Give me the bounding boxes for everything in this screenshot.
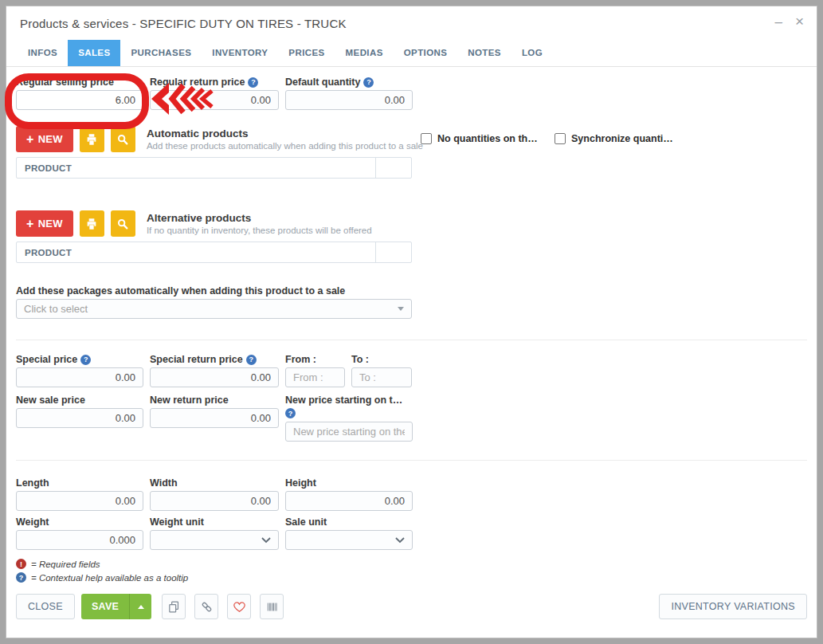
duplicate-button[interactable] xyxy=(162,594,186,619)
special-price-input[interactable] xyxy=(16,367,143,387)
alternative-products-subtext: If no quantity in inventory, these produ… xyxy=(147,225,372,236)
special-price-label: Special price? xyxy=(16,354,143,365)
alternative-products-toolbar: +NEW Alternative products If no quantity… xyxy=(16,210,807,237)
new-sale-price-input[interactable] xyxy=(16,408,143,428)
save-dropdown-button[interactable] xyxy=(129,594,151,619)
synchronize-quantities-checkbox[interactable]: Synchronize quanti… xyxy=(555,133,673,144)
no-quantities-checkbox[interactable]: No quantities on th… xyxy=(421,133,538,144)
help-legend-text: = Contextual help available as a tooltip xyxy=(31,573,188,583)
packages-select[interactable]: Click to select xyxy=(16,299,412,319)
link-icon xyxy=(200,600,214,614)
regular-return-price-label-text: Regular return price xyxy=(150,77,245,88)
tab-sales[interactable]: SALES xyxy=(68,40,120,66)
sale-unit-select[interactable] xyxy=(285,530,413,550)
required-legend-text: = Required fields xyxy=(31,560,100,569)
regular-selling-price-input[interactable] xyxy=(16,90,143,110)
tab-inventory[interactable]: INVENTORY xyxy=(202,40,278,66)
new-price-row: New sale price New return price New pric… xyxy=(16,395,807,442)
special-return-price-label-text: Special return price xyxy=(150,354,243,365)
search-icon xyxy=(116,133,129,146)
print-button[interactable] xyxy=(80,210,104,237)
no-quantities-checkbox-label: No quantities on th… xyxy=(437,133,538,144)
help-icon: ? xyxy=(16,572,26,583)
copy-icon xyxy=(167,600,181,614)
barcode-icon xyxy=(265,600,279,614)
special-return-price-label: Special return price? xyxy=(150,354,279,365)
automatic-products-table: PRODUCT xyxy=(16,157,412,179)
new-sale-price-label: New sale price xyxy=(16,395,143,406)
heart-icon xyxy=(233,600,246,614)
table-actions-header-cell xyxy=(376,242,411,262)
new-price-starting-input[interactable] xyxy=(285,422,413,442)
regular-selling-price-label: Regular selling price xyxy=(16,77,143,88)
chevron-down-icon xyxy=(395,537,405,544)
dimensions-row: Length Width Height xyxy=(16,477,807,511)
printer-icon xyxy=(85,133,98,146)
height-input[interactable] xyxy=(285,491,413,511)
weight-row: Weight Weight unit Sale unit xyxy=(16,516,807,550)
width-input[interactable] xyxy=(150,491,279,511)
to-label: To : xyxy=(351,354,412,365)
chevron-down-icon xyxy=(261,537,271,544)
search-button[interactable] xyxy=(111,126,135,152)
tab-purchases[interactable]: PURCHASES xyxy=(120,40,202,66)
print-button[interactable] xyxy=(80,126,104,152)
printer-icon xyxy=(85,218,98,230)
tab-medias[interactable]: MEDIAS xyxy=(335,40,394,66)
help-icon: ? xyxy=(363,77,374,88)
dialog-titlebar: Products & services - SPECIFIC DUTY ON T… xyxy=(6,6,817,35)
caret-down-icon xyxy=(398,307,404,311)
length-input[interactable] xyxy=(16,491,143,511)
regular-return-price-label: Regular return price? xyxy=(150,77,279,88)
to-date-input[interactable] xyxy=(351,367,412,387)
regular-selling-price-label-text: Regular selling price xyxy=(16,77,114,88)
weight-unit-select[interactable] xyxy=(150,530,279,550)
height-label: Height xyxy=(285,477,413,489)
alternative-products-heading: Alternative products xyxy=(147,212,372,225)
weight-input[interactable] xyxy=(16,530,143,550)
width-label: Width xyxy=(150,477,279,489)
synchronize-quantities-checkbox-input[interactable] xyxy=(555,133,566,144)
favorite-button[interactable] xyxy=(227,594,251,619)
section-divider xyxy=(16,340,807,340)
tab-options[interactable]: OPTIONS xyxy=(394,40,458,66)
new-return-price-label: New return price xyxy=(150,395,279,406)
tab-infos[interactable]: INFOS xyxy=(18,40,68,66)
new-alternative-product-button[interactable]: +NEW xyxy=(16,210,73,237)
footer-bar: CLOSE SAVE INVENTORY VARIATIONS xyxy=(16,594,807,619)
tab-prices[interactable]: PRICES xyxy=(278,40,335,66)
link-button[interactable] xyxy=(194,594,218,619)
barcode-button[interactable] xyxy=(260,594,284,619)
default-quantity-label: Default quantity? xyxy=(285,77,413,88)
default-quantity-input[interactable] xyxy=(285,90,413,110)
save-button[interactable]: SAVE xyxy=(81,594,129,619)
required-icon: ! xyxy=(16,559,26,569)
special-return-price-input[interactable] xyxy=(150,367,279,387)
special-price-row: Special price? Special return price? Fro… xyxy=(16,354,807,387)
search-icon xyxy=(116,218,129,230)
save-split-button: SAVE xyxy=(81,594,151,619)
default-quantity-label-text: Default quantity xyxy=(285,77,360,88)
plus-icon: + xyxy=(26,217,34,231)
packages-label: Add these packages automatically when ad… xyxy=(16,285,807,296)
table-actions-header-cell xyxy=(376,158,411,178)
tab-notes[interactable]: NOTES xyxy=(457,40,511,66)
help-icon: ? xyxy=(285,408,296,418)
no-quantities-checkbox-input[interactable] xyxy=(421,133,432,144)
new-automatic-product-button[interactable]: +NEW xyxy=(16,126,73,152)
close-button[interactable]: CLOSE xyxy=(16,594,75,619)
length-label: Length xyxy=(16,477,143,489)
inventory-variations-button[interactable]: INVENTORY VARIATIONS xyxy=(659,594,807,619)
tab-log[interactable]: LOG xyxy=(511,40,553,66)
minimize-icon[interactable]: – xyxy=(774,14,782,30)
dialog-title: Products & services - SPECIFIC DUTY ON T… xyxy=(20,17,804,30)
regular-return-price-input[interactable] xyxy=(150,90,279,110)
from-date-input[interactable] xyxy=(285,367,345,387)
new-return-price-input[interactable] xyxy=(150,408,279,428)
automatic-products-toolbar: +NEW Automatic products Add these produc… xyxy=(16,126,807,152)
search-button[interactable] xyxy=(111,210,135,237)
new-button-label: NEW xyxy=(38,133,63,145)
special-price-label-text: Special price xyxy=(16,354,77,365)
synchronize-quantities-checkbox-label: Synchronize quanti… xyxy=(571,133,673,144)
close-icon[interactable]: × xyxy=(795,14,804,30)
